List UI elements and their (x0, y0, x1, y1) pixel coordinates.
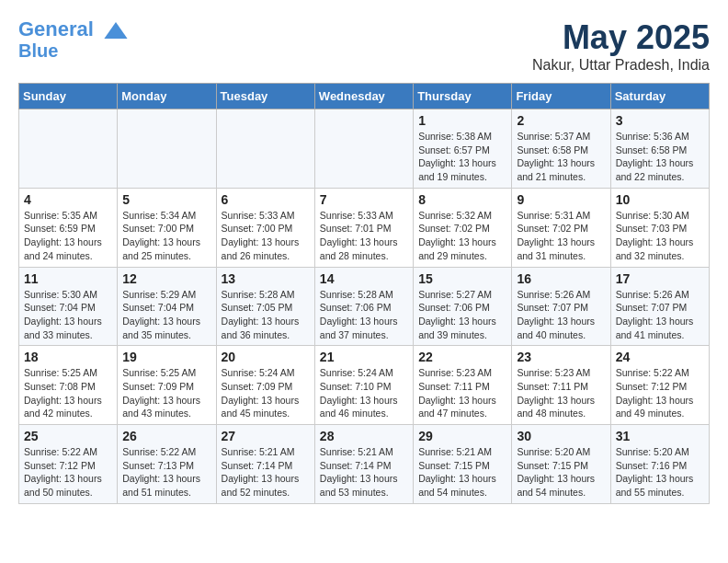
day-info: Sunrise: 5:22 AM Sunset: 7:12 PM Dayligh… (616, 366, 704, 420)
logo-text: General (18, 18, 129, 40)
day-info: Sunrise: 5:31 AM Sunset: 7:02 PM Dayligh… (517, 209, 605, 263)
day-info: Sunrise: 5:36 AM Sunset: 6:58 PM Dayligh… (616, 130, 704, 184)
weekday-header-friday: Friday (512, 84, 610, 109)
calendar-cell: 11Sunrise: 5:30 AM Sunset: 7:04 PM Dayli… (19, 267, 118, 346)
day-info: Sunrise: 5:33 AM Sunset: 7:00 PM Dayligh… (222, 209, 310, 263)
day-number: 4 (24, 192, 112, 207)
day-info: Sunrise: 5:38 AM Sunset: 6:57 PM Dayligh… (418, 130, 506, 184)
day-number: 7 (320, 192, 408, 207)
day-info: Sunrise: 5:21 AM Sunset: 7:15 PM Dayligh… (418, 445, 506, 500)
day-info: Sunrise: 5:24 AM Sunset: 7:10 PM Dayligh… (320, 366, 408, 420)
day-number: 28 (320, 429, 408, 443)
calendar-cell: 29Sunrise: 5:21 AM Sunset: 7:15 PM Dayli… (414, 425, 512, 504)
calendar-cell: 4Sunrise: 5:35 AM Sunset: 6:59 PM Daylig… (19, 188, 118, 267)
day-info: Sunrise: 5:34 AM Sunset: 7:00 PM Dayligh… (122, 209, 210, 263)
day-info: Sunrise: 5:28 AM Sunset: 7:06 PM Dayligh… (320, 288, 408, 342)
calendar-cell: 19Sunrise: 5:25 AM Sunset: 7:09 PM Dayli… (118, 346, 216, 425)
day-info: Sunrise: 5:30 AM Sunset: 7:04 PM Dayligh… (24, 288, 112, 342)
day-number: 14 (320, 271, 408, 286)
calendar-table: SundayMondayTuesdayWednesdayThursdayFrid… (18, 83, 710, 504)
calendar-header-row: SundayMondayTuesdayWednesdayThursdayFrid… (19, 84, 710, 109)
day-info: Sunrise: 5:26 AM Sunset: 7:07 PM Dayligh… (517, 288, 605, 342)
day-number: 27 (222, 429, 310, 443)
day-info: Sunrise: 5:23 AM Sunset: 7:11 PM Dayligh… (517, 366, 605, 420)
page-header: General Blue May 2025 Nakur, Uttar Prade… (18, 18, 710, 74)
day-number: 2 (517, 113, 605, 128)
calendar-cell: 18Sunrise: 5:25 AM Sunset: 7:08 PM Dayli… (19, 346, 118, 425)
day-number: 1 (418, 113, 506, 128)
day-number: 13 (222, 271, 310, 286)
day-info: Sunrise: 5:23 AM Sunset: 7:11 PM Dayligh… (418, 366, 506, 420)
calendar-cell: 8Sunrise: 5:32 AM Sunset: 7:02 PM Daylig… (414, 188, 512, 267)
day-number: 19 (122, 350, 210, 364)
day-number: 15 (418, 271, 506, 286)
day-info: Sunrise: 5:21 AM Sunset: 7:14 PM Dayligh… (320, 445, 408, 500)
day-info: Sunrise: 5:25 AM Sunset: 7:09 PM Dayligh… (122, 366, 210, 420)
day-number: 8 (418, 192, 506, 207)
calendar-cell: 2Sunrise: 5:37 AM Sunset: 6:58 PM Daylig… (512, 109, 610, 189)
day-info: Sunrise: 5:24 AM Sunset: 7:09 PM Dayligh… (222, 366, 310, 420)
logo: General Blue (18, 18, 129, 61)
day-number: 24 (616, 350, 704, 364)
day-number: 11 (24, 271, 112, 286)
day-info: Sunrise: 5:20 AM Sunset: 7:16 PM Dayligh… (616, 445, 704, 500)
calendar-cell: 21Sunrise: 5:24 AM Sunset: 7:10 PM Dayli… (314, 346, 413, 425)
calendar-cell: 7Sunrise: 5:33 AM Sunset: 7:01 PM Daylig… (314, 188, 413, 267)
calendar-cell (216, 109, 314, 189)
calendar-cell: 13Sunrise: 5:28 AM Sunset: 7:05 PM Dayli… (216, 267, 314, 346)
logo-blue: Blue (18, 40, 129, 61)
calendar-cell: 6Sunrise: 5:33 AM Sunset: 7:00 PM Daylig… (216, 188, 314, 267)
calendar-cell: 23Sunrise: 5:23 AM Sunset: 7:11 PM Dayli… (512, 346, 610, 425)
svg-marker-0 (104, 22, 127, 39)
day-number: 12 (122, 271, 210, 286)
weekday-header-monday: Monday (118, 84, 216, 109)
day-info: Sunrise: 5:29 AM Sunset: 7:04 PM Dayligh… (122, 288, 210, 342)
day-number: 31 (616, 429, 704, 443)
day-info: Sunrise: 5:21 AM Sunset: 7:14 PM Dayligh… (222, 445, 310, 500)
calendar-cell (314, 109, 413, 189)
calendar-cell: 26Sunrise: 5:22 AM Sunset: 7:13 PM Dayli… (118, 425, 216, 504)
calendar-week-2: 4Sunrise: 5:35 AM Sunset: 6:59 PM Daylig… (19, 188, 710, 267)
day-number: 3 (616, 113, 704, 128)
day-number: 20 (222, 350, 310, 364)
day-info: Sunrise: 5:25 AM Sunset: 7:08 PM Dayligh… (24, 366, 112, 420)
day-info: Sunrise: 5:32 AM Sunset: 7:02 PM Dayligh… (418, 209, 506, 263)
calendar-cell (118, 109, 216, 189)
calendar-cell: 27Sunrise: 5:21 AM Sunset: 7:14 PM Dayli… (216, 425, 314, 504)
weekday-header-tuesday: Tuesday (216, 84, 314, 109)
day-info: Sunrise: 5:26 AM Sunset: 7:07 PM Dayligh… (616, 288, 704, 342)
calendar-cell: 10Sunrise: 5:30 AM Sunset: 7:03 PM Dayli… (610, 188, 709, 267)
day-number: 25 (24, 429, 112, 443)
calendar-cell (19, 109, 118, 189)
day-number: 17 (616, 271, 704, 286)
calendar-cell: 28Sunrise: 5:21 AM Sunset: 7:14 PM Dayli… (314, 425, 413, 504)
weekday-header-wednesday: Wednesday (314, 84, 413, 109)
calendar-cell: 12Sunrise: 5:29 AM Sunset: 7:04 PM Dayli… (118, 267, 216, 346)
day-number: 23 (517, 350, 605, 364)
title-block: May 2025 Nakur, Uttar Pradesh, India (532, 18, 710, 74)
day-info: Sunrise: 5:33 AM Sunset: 7:01 PM Dayligh… (320, 209, 408, 263)
day-number: 5 (122, 192, 210, 207)
day-info: Sunrise: 5:28 AM Sunset: 7:05 PM Dayligh… (222, 288, 310, 342)
day-number: 29 (418, 429, 506, 443)
day-info: Sunrise: 5:27 AM Sunset: 7:06 PM Dayligh… (418, 288, 506, 342)
day-info: Sunrise: 5:37 AM Sunset: 6:58 PM Dayligh… (517, 130, 605, 184)
day-info: Sunrise: 5:20 AM Sunset: 7:15 PM Dayligh… (517, 445, 605, 500)
calendar-cell: 24Sunrise: 5:22 AM Sunset: 7:12 PM Dayli… (610, 346, 709, 425)
calendar-week-4: 18Sunrise: 5:25 AM Sunset: 7:08 PM Dayli… (19, 346, 710, 425)
weekday-header-thursday: Thursday (414, 84, 512, 109)
day-number: 16 (517, 271, 605, 286)
calendar-week-1: 1Sunrise: 5:38 AM Sunset: 6:57 PM Daylig… (19, 109, 710, 189)
calendar-cell: 20Sunrise: 5:24 AM Sunset: 7:09 PM Dayli… (216, 346, 314, 425)
calendar-cell: 1Sunrise: 5:38 AM Sunset: 6:57 PM Daylig… (414, 109, 512, 189)
day-number: 18 (24, 350, 112, 364)
location: Nakur, Uttar Pradesh, India (532, 57, 710, 74)
day-info: Sunrise: 5:30 AM Sunset: 7:03 PM Dayligh… (616, 209, 704, 263)
calendar-cell: 3Sunrise: 5:36 AM Sunset: 6:58 PM Daylig… (610, 109, 709, 189)
day-number: 6 (222, 192, 310, 207)
day-info: Sunrise: 5:22 AM Sunset: 7:13 PM Dayligh… (122, 445, 210, 500)
calendar-cell: 31Sunrise: 5:20 AM Sunset: 7:16 PM Dayli… (610, 425, 709, 504)
day-info: Sunrise: 5:22 AM Sunset: 7:12 PM Dayligh… (24, 445, 112, 500)
calendar-cell: 15Sunrise: 5:27 AM Sunset: 7:06 PM Dayli… (414, 267, 512, 346)
day-number: 21 (320, 350, 408, 364)
